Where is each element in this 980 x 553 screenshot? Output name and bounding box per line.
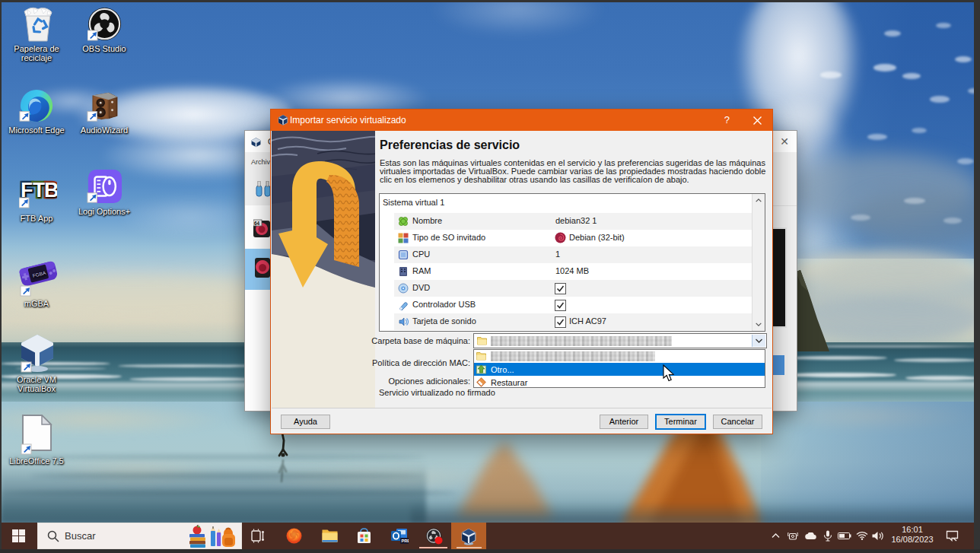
svg-text:PRE: PRE [402, 539, 409, 543]
svg-text:B: B [44, 179, 57, 202]
svg-text:64: 64 [254, 221, 260, 226]
